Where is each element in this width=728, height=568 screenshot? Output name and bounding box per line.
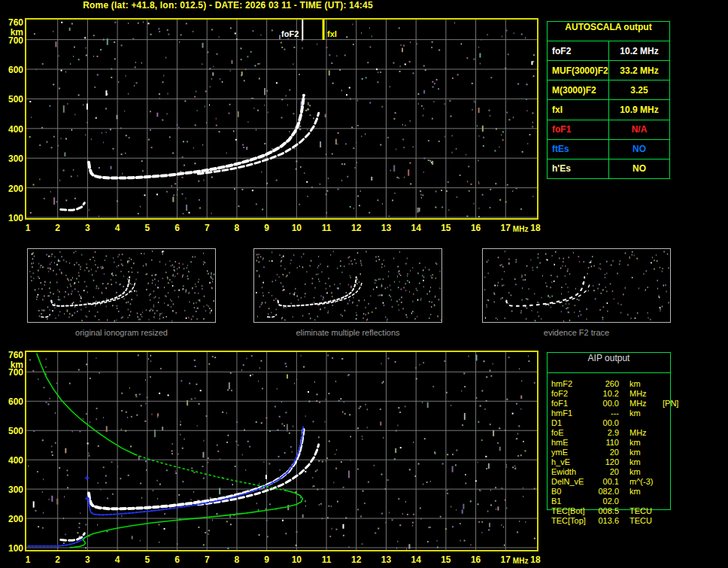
aip-row-unit: MHz bbox=[629, 399, 663, 409]
x-axis-tick-label: 14 bbox=[405, 223, 427, 233]
x-axis-tick-label: 16 bbox=[465, 223, 487, 233]
aip-row-label: h_vE bbox=[551, 457, 593, 467]
y-axis-tick-label: 600 bbox=[0, 65, 23, 74]
aip-row-label: DelN_vE bbox=[551, 477, 593, 487]
aip-row: TEC[Top]013.6TECU bbox=[547, 516, 676, 526]
thumbnail-caption-evidence: evidence F2 trace bbox=[482, 328, 671, 337]
x-axis-tick-label: 4 bbox=[106, 554, 129, 565]
thumbnail-original-ionogram bbox=[27, 248, 216, 323]
aip-row-unit: km bbox=[629, 457, 663, 467]
autoscala-table-row: foF1N/A bbox=[548, 120, 669, 140]
top-ionogram-plot: foF2fxI bbox=[25, 18, 538, 220]
x-axis-tick-label: 6 bbox=[166, 554, 189, 565]
bottom-ionogram-plot bbox=[25, 351, 538, 551]
y-axis-tick-label: 200 bbox=[0, 184, 23, 193]
x-axis-tick-label: 10 bbox=[285, 554, 308, 565]
aip-row-unit bbox=[629, 497, 663, 506]
thumbnail-caption-original: original ionogram resized bbox=[27, 328, 216, 337]
y-axis-tick-label: 500 bbox=[0, 426, 23, 435]
thumbnail-evidence-canvas bbox=[483, 249, 670, 322]
aip-row-value: 20 bbox=[593, 448, 619, 457]
aip-row: D100.0 bbox=[547, 418, 676, 428]
x-axis-tick-label: 10 bbox=[285, 223, 308, 233]
y-axis-tick-label: 300 bbox=[0, 153, 23, 163]
y-axis-tick-label: 760 bbox=[0, 17, 23, 26]
svg-text:foF2: foF2 bbox=[281, 29, 299, 38]
aip-row-value: 00.0 bbox=[593, 399, 619, 409]
aip-row-label: foF2 bbox=[551, 389, 593, 399]
aip-row-label: D1 bbox=[551, 418, 593, 428]
autoscala-row-value: N/A bbox=[609, 120, 669, 139]
aip-row-unit: km bbox=[629, 487, 663, 497]
autoscala-output-table: AUTOSCALA output foF210.2 MHzMUF(3000)F2… bbox=[547, 21, 670, 179]
aip-row: h_vE120km bbox=[547, 457, 676, 467]
x-axis-tick-label: 8 bbox=[226, 223, 248, 233]
x-axis-unit-label: MHz bbox=[508, 225, 532, 233]
autoscala-row-value: 10.2 MHz bbox=[609, 41, 669, 60]
autoscala-row-label: h'Es bbox=[548, 159, 609, 178]
y-axis-tick-label: 400 bbox=[0, 455, 23, 464]
autoscala-row-label: foF2 bbox=[548, 41, 609, 60]
x-axis-tick-label: 3 bbox=[76, 223, 99, 233]
x-axis-tick-label: 9 bbox=[256, 223, 278, 233]
aip-row-label: hmF2 bbox=[551, 379, 593, 389]
x-axis-tick-label: 12 bbox=[345, 223, 368, 233]
aip-row-value: 008.5 bbox=[593, 506, 619, 516]
aip-row-unit: MHz bbox=[629, 428, 663, 438]
aip-row-value: 120 bbox=[593, 457, 619, 467]
aip-row-label: hmF1 bbox=[551, 409, 593, 418]
aip-row-value: 10.2 bbox=[593, 389, 619, 399]
x-axis-tick-label: 13 bbox=[375, 554, 397, 565]
aip-table-header: AIP output bbox=[548, 353, 670, 373]
aip-row: TEC[Bot]008.5TECU bbox=[547, 506, 676, 516]
thumbnail-eliminate-reflections bbox=[253, 248, 442, 323]
y-axis-tick-label: 400 bbox=[0, 124, 23, 133]
x-axis-tick-label: 14 bbox=[405, 554, 427, 565]
autoscala-table-row: fxI10.9 MHz bbox=[548, 100, 669, 120]
aip-row-label: hmE bbox=[551, 438, 593, 448]
x-axis-tick-label: 12 bbox=[345, 554, 368, 565]
x-axis-tick-label: 9 bbox=[256, 554, 278, 565]
aip-row: ymE20km bbox=[547, 448, 676, 457]
aip-row-unit: km bbox=[629, 409, 663, 418]
x-axis-tick-label: 2 bbox=[47, 554, 69, 565]
x-axis-tick-label: 11 bbox=[315, 223, 338, 233]
aip-row-value: 02.0 bbox=[593, 497, 619, 506]
aip-row-label: foF1 bbox=[551, 399, 593, 409]
autoscala-row-label: MUF(3000)F2 bbox=[548, 61, 609, 80]
aip-row-value: 260 bbox=[593, 379, 619, 389]
y-axis-tick-label: 500 bbox=[0, 94, 23, 103]
aip-row: B102.0 bbox=[547, 497, 676, 506]
aip-row-label: TEC[Top] bbox=[551, 516, 593, 526]
x-axis-tick-label: 7 bbox=[196, 223, 218, 233]
aip-row: DelN_vE00.1m^(-3) bbox=[547, 477, 676, 487]
aip-row-unit: TECU bbox=[629, 506, 663, 516]
x-axis-tick-label: 5 bbox=[136, 554, 159, 565]
station-date-time-title: Rome (lat: +41.8, lon: 012.5) - DATE: 20… bbox=[0, 0, 456, 11]
autoscala-row-value: NO bbox=[609, 159, 669, 178]
y-axis-tick-label: 760 bbox=[0, 350, 23, 359]
x-axis-tick-label: 7 bbox=[196, 554, 218, 565]
x-axis-tick-label: 5 bbox=[136, 223, 159, 233]
aip-row-label: foE bbox=[551, 428, 593, 438]
aip-output-rows: hmF2260kmfoF210.2MHzfoF100.0MHz[PN]hmF1-… bbox=[547, 379, 676, 526]
aip-row-label: B0 bbox=[551, 487, 593, 497]
x-axis-tick-label: 2 bbox=[47, 223, 69, 233]
aip-row-unit: km bbox=[629, 438, 663, 448]
aip-row-value: 20 bbox=[593, 467, 619, 477]
aip-row: Ewidth20km bbox=[547, 467, 676, 477]
top-ionogram-canvas: foF2fxI bbox=[26, 20, 537, 218]
aip-row: hmF2260km bbox=[547, 379, 676, 389]
thumbnail-evidence-f2 bbox=[482, 248, 671, 323]
x-axis-unit-label: MHz bbox=[508, 557, 532, 565]
x-axis-tick-label: 16 bbox=[465, 554, 487, 565]
aip-row-value: 110 bbox=[593, 438, 619, 448]
autoscala-table-row: ftEsNO bbox=[548, 140, 669, 159]
aip-row-value: --- bbox=[593, 409, 619, 418]
y-axis-unit-label: km bbox=[0, 360, 23, 370]
aip-row-unit: km bbox=[629, 379, 663, 389]
aip-row-value: 2.9 bbox=[593, 428, 619, 438]
aip-row-unit bbox=[629, 418, 663, 428]
aip-row: hmF1---km bbox=[547, 409, 676, 418]
thumbnail-caption-eliminate: eliminate multiple reflections bbox=[253, 328, 442, 337]
